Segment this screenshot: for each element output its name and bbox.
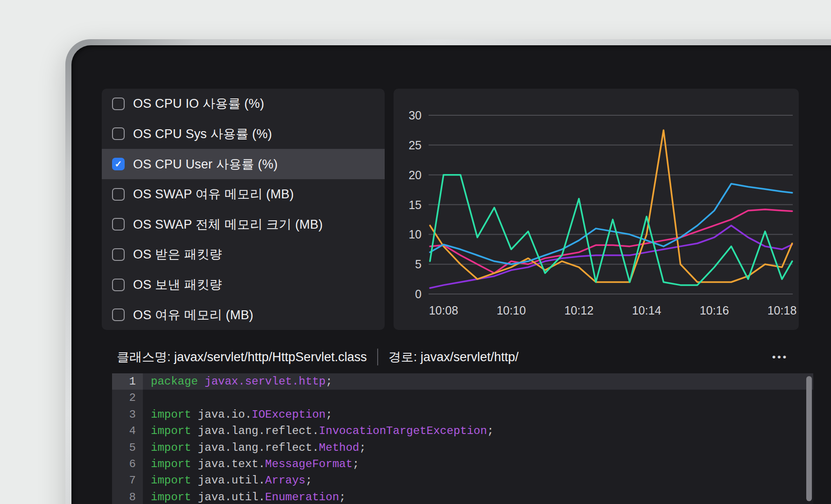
code-token: ; [325,408,332,421]
code-line: 5import java.lang.reflect.Method; [112,440,813,456]
code-token: Arrays [265,474,305,487]
code-token: java.lang.reflect. [191,425,319,437]
header-divider [377,349,378,365]
code-text: import java.lang.reflect.InvocationTarge… [143,423,813,439]
code-line: 1package javax.servlet.http; [112,373,813,390]
code-text: import java.text.MessageFormat; [143,456,813,472]
checkbox-unchecked-icon[interactable] [112,248,125,261]
code-line: 3import java.io.IOException; [112,406,813,423]
checklist-item-label: OS SWAP 전체 메모리 크기 (MB) [133,216,323,233]
scrollbar-thumb[interactable] [806,376,812,501]
code-token: ; [325,375,332,388]
code-token: import [151,458,191,470]
path-text: 경로: javax/servlet/http/ [388,349,519,365]
y-axis-tick-label: 20 [408,168,422,182]
line-number: 5 [112,440,143,456]
y-axis-tick-label: 5 [415,258,422,271]
chart-panel: 05101520253010:0810:1010:1210:1410:1610:… [394,89,799,330]
code-lines: 1package javax.servlet.http;23import jav… [112,373,813,504]
y-axis-tick-label: 30 [408,109,422,122]
code-token: java.text. [191,458,265,470]
y-axis-tick-label: 10 [408,228,422,241]
code-token: ; [305,474,312,487]
code-token: ; [352,458,359,470]
code-token: java.util. [191,474,265,487]
code-text [143,390,813,406]
checklist-item[interactable]: ✓OS CPU User 사용률 (%) [102,149,385,179]
x-axis-tick-label: 10:18 [768,304,797,317]
line-chart: 05101520253010:0810:1010:1210:1410:1610:… [394,89,799,329]
code-token: import [151,425,191,437]
code-line: 6import java.text.MessageFormat; [112,456,813,472]
line-number: 4 [112,423,143,439]
checklist-item[interactable]: OS 받은 패킷량 [102,239,385,270]
code-token: import [151,491,191,504]
checkbox-unchecked-icon[interactable] [112,308,125,321]
code-token: import [151,441,191,454]
code-text: import java.util.Enumeration; [143,489,813,504]
code-text: import java.util.Arrays; [143,472,813,489]
y-axis-tick-label: 0 [415,287,422,301]
x-axis-tick-label: 10:16 [700,304,729,317]
checklist-item[interactable]: OS SWAP 전체 메모리 크기 (MB) [102,210,385,240]
checklist-item[interactable]: OS CPU IO 사용률 (%) [102,89,385,119]
y-axis-tick-label: 15 [408,198,422,211]
x-axis-tick-label: 10:08 [429,304,458,317]
y-axis-tick-label: 25 [408,139,422,152]
code-line: 8import java.util.Enumeration; [112,489,813,504]
code-token: javax.servlet.http [204,375,325,388]
checklist-item-label: OS CPU IO 사용률 (%) [133,95,264,112]
line-number: 6 [112,456,143,472]
checklist-item-label: OS SWAP 여유 메모리 (MB) [133,186,294,203]
checklist-item[interactable]: OS CPU Sys 사용률 (%) [102,119,385,149]
checklist-item-label: OS 받은 패킷량 [133,246,222,263]
code-text: import java.lang.reflect.Method; [143,440,813,456]
x-axis-tick-label: 10:10 [497,304,526,317]
code-line: 7import java.util.Arrays; [112,472,813,489]
series-magenta [430,210,792,273]
line-number: 3 [112,406,143,423]
line-number: 7 [112,472,143,489]
line-number: 1 [112,373,143,390]
series-purple [430,225,792,288]
code-token: package [151,375,198,388]
code-text: import java.io.IOException; [143,406,813,423]
code-token: ; [487,425,493,437]
code-token: import [151,474,191,487]
more-button[interactable]: ••• [768,349,793,365]
ellipsis-icon: ••• [772,351,788,362]
checkbox-unchecked-icon[interactable] [112,279,125,291]
code-token: Method [319,441,359,454]
code-line: 4import java.lang.reflect.InvocationTarg… [112,423,813,439]
checklist-item[interactable]: OS 여유 메모리 (MB) [102,300,385,330]
class-name-text: 클래스명: javax/servlet/http/HttpServlet.cla… [117,349,367,365]
x-axis-tick-label: 10:12 [564,304,594,317]
checkbox-unchecked-icon[interactable] [112,188,125,201]
code-token: Enumeration [265,491,339,504]
code-text: package javax.servlet.http; [143,373,813,390]
checklist-item[interactable]: OS SWAP 여유 메모리 (MB) [102,179,385,210]
code-token: MessageFormat [265,458,352,470]
code-token: InvocationTargetException [319,425,487,437]
code-line: 2 [112,390,813,406]
code-token: import [151,408,191,421]
code-token: java.lang.reflect. [191,441,319,454]
checkbox-checked-icon[interactable]: ✓ [112,158,125,170]
checkbox-unchecked-icon[interactable] [112,218,125,231]
code-token [198,375,204,388]
checklist-item-label: OS 여유 메모리 (MB) [133,307,254,323]
code-token: java.io. [191,408,252,421]
checklist-item-label: OS 보낸 패킷량 [133,276,222,293]
line-number: 8 [112,489,143,504]
checklist-item-label: OS CPU User 사용률 (%) [133,156,278,173]
code-editor: 1package javax.servlet.http;23import jav… [112,373,813,504]
checklist-item-label: OS CPU Sys 사용률 (%) [133,126,272,142]
checklist-item[interactable]: OS 보낸 패킷량 [102,270,385,300]
checkbox-unchecked-icon[interactable] [112,98,125,110]
code-header: 클래스명: javax/servlet/http/HttpServlet.cla… [102,342,799,372]
line-number: 2 [112,390,143,406]
metrics-checklist-panel: OS CPU IO 사용률 (%)OS CPU Sys 사용률 (%)✓OS C… [102,89,385,330]
code-token: java.util. [191,491,265,504]
checkbox-unchecked-icon[interactable] [112,127,125,140]
code-token: ; [359,441,366,454]
